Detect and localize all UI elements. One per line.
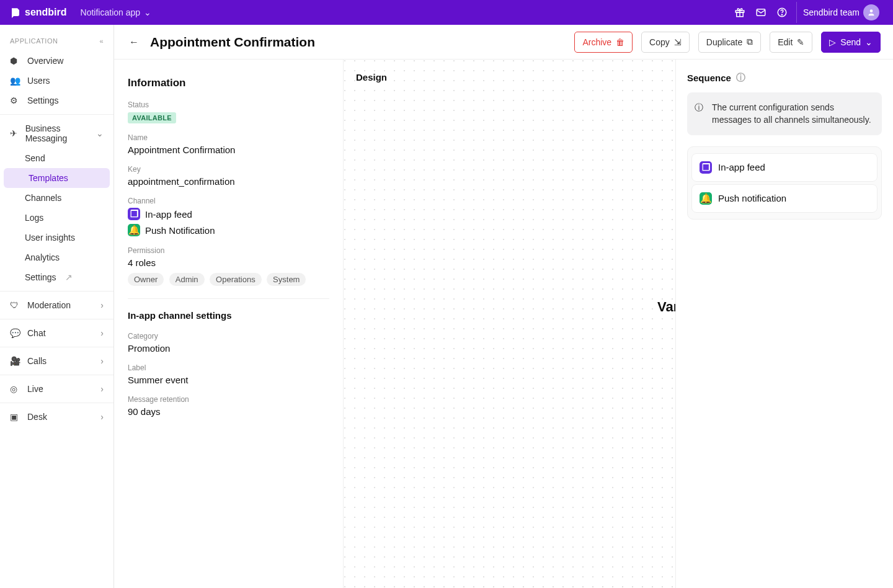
sidebar-item-user-insights[interactable]: User insights bbox=[0, 228, 113, 247]
sidebar-item-settings[interactable]: ⚙Settings bbox=[0, 91, 113, 110]
channel-label: Channel bbox=[128, 197, 329, 205]
name-label: Name bbox=[128, 133, 329, 142]
home-icon: ⬢ bbox=[10, 56, 21, 66]
sequence-item-push[interactable]: 🔔Push notification bbox=[691, 184, 877, 213]
push-icon: 🔔 bbox=[128, 224, 140, 236]
channel-push: 🔔Push Notification bbox=[128, 224, 329, 236]
sequence-notice: ⓘ The current configuration sends messag… bbox=[687, 92, 882, 135]
permission-count: 4 roles bbox=[128, 257, 329, 268]
brand-name: sendbird bbox=[25, 7, 67, 18]
desk-icon: ▣ bbox=[10, 412, 21, 422]
sidebar-section-header: APPLICATION « bbox=[0, 33, 113, 51]
shield-icon: 🛡 bbox=[10, 300, 21, 310]
info-icon: ⓘ bbox=[695, 101, 703, 114]
information-heading: Information bbox=[128, 77, 329, 89]
team-name: Sendbird team bbox=[803, 7, 860, 17]
collapse-icon[interactable]: « bbox=[99, 37, 104, 45]
avatar bbox=[863, 4, 879, 20]
broadcast-icon: ◎ bbox=[10, 384, 21, 394]
sidebar-item-users[interactable]: 👥Users bbox=[0, 71, 113, 91]
app-switcher[interactable]: Notification app ⌄ bbox=[81, 7, 152, 17]
gear-icon: ⚙ bbox=[10, 96, 21, 105]
external-icon: ↗ bbox=[65, 272, 73, 282]
sidebar-item-send[interactable]: Send bbox=[0, 148, 113, 168]
sequence-panel: Sequence ⓘ ⓘ The current configuration s… bbox=[676, 60, 893, 588]
info-icon[interactable]: ⓘ bbox=[736, 72, 745, 84]
trash-icon: 🗑 bbox=[616, 37, 624, 47]
permission-label: Permission bbox=[128, 246, 329, 255]
key-value: appointment_confirmation bbox=[128, 176, 329, 187]
sidebar: APPLICATION « ⬢Overview 👥Users ⚙Settings… bbox=[0, 25, 114, 588]
retention-label: Message retention bbox=[128, 395, 329, 404]
edit-button[interactable]: Edit✎ bbox=[770, 32, 812, 53]
name-value: Appointment Confirmation bbox=[128, 145, 329, 155]
duplicate-button[interactable]: Duplicate⧉ bbox=[698, 32, 761, 53]
chevron-right-icon: › bbox=[100, 384, 104, 394]
back-button[interactable]: ← bbox=[127, 35, 141, 50]
sidebar-item-calls[interactable]: 🎥Calls› bbox=[0, 351, 113, 371]
sequence-item-inapp[interactable]: ❐In-app feed bbox=[691, 153, 877, 182]
sidebar-item-moderation[interactable]: 🛡Moderation› bbox=[0, 295, 113, 315]
information-panel: Information Status AVAILABLE Name Appoin… bbox=[114, 60, 344, 588]
inapp-settings-heading: In-app channel settings bbox=[128, 310, 329, 321]
design-heading: Design bbox=[356, 72, 387, 82]
channel-inapp: ❐In-app feed bbox=[128, 208, 329, 220]
app-switcher-label: Notification app bbox=[81, 7, 141, 17]
copy-button[interactable]: Copy⇲ bbox=[641, 32, 690, 53]
chevron-down-icon: ⌄ bbox=[865, 37, 873, 47]
in-app-feed-icon: ❐ bbox=[700, 161, 712, 174]
role-chip: Admin bbox=[169, 273, 205, 286]
status-badge: AVAILABLE bbox=[128, 112, 176, 123]
sidebar-item-business-messaging[interactable]: ✈Business Messaging⌄ bbox=[0, 118, 113, 148]
pencil-icon: ✎ bbox=[797, 37, 804, 47]
chevron-down-icon: ⌄ bbox=[144, 7, 151, 17]
sequence-list: ❐In-app feed 🔔Push notification bbox=[687, 146, 882, 220]
copy-icon: ⧉ bbox=[747, 37, 753, 47]
chevron-right-icon: › bbox=[100, 300, 104, 310]
send-icon: ✈ bbox=[10, 128, 19, 138]
svg-point-5 bbox=[870, 9, 873, 12]
chevron-right-icon: › bbox=[100, 356, 104, 366]
sidebar-item-desk[interactable]: ▣Desk› bbox=[0, 407, 113, 427]
sidebar-item-analytics[interactable]: Analytics bbox=[0, 247, 113, 267]
sidebar-item-channels[interactable]: Channels bbox=[0, 188, 113, 208]
role-chip: Operations bbox=[210, 273, 262, 286]
brand-logo[interactable]: sendbird bbox=[10, 7, 67, 18]
role-chip: System bbox=[267, 273, 306, 286]
sidebar-item-templates[interactable]: Templates bbox=[4, 168, 110, 188]
mail-icon[interactable] bbox=[750, 2, 771, 23]
in-app-feed-icon: ❐ bbox=[128, 208, 140, 220]
users-icon: 👥 bbox=[10, 76, 21, 86]
design-panel: Design Channels Variables ☀ ☾ ❐ In-app f… bbox=[344, 60, 676, 588]
sidebar-item-chat[interactable]: 💬Chat› bbox=[0, 323, 113, 343]
gift-icon[interactable] bbox=[729, 2, 750, 23]
chevron-down-icon: ⌄ bbox=[96, 128, 104, 138]
help-icon[interactable] bbox=[771, 2, 793, 23]
sequence-heading: Sequence ⓘ bbox=[687, 72, 882, 84]
chat-icon: 💬 bbox=[10, 328, 21, 338]
team-menu[interactable]: Sendbird team bbox=[796, 2, 883, 23]
sidebar-item-overview[interactable]: ⬢Overview bbox=[0, 51, 113, 71]
category-label: Category bbox=[128, 332, 329, 341]
sidebar-item-bm-settings[interactable]: Settings ↗ bbox=[0, 267, 113, 287]
send-icon: ▷ bbox=[829, 37, 836, 47]
key-label: Key bbox=[128, 165, 329, 174]
category-value: Promotion bbox=[128, 343, 329, 354]
sidebar-item-live[interactable]: ◎Live› bbox=[0, 379, 113, 399]
status-label: Status bbox=[128, 100, 329, 109]
sidebar-item-logs[interactable]: Logs bbox=[0, 208, 113, 228]
label-label: Label bbox=[128, 363, 329, 372]
video-icon: 🎥 bbox=[10, 356, 21, 366]
send-button[interactable]: ▷Send⌄ bbox=[821, 32, 881, 53]
permission-chips: Owner Admin Operations System bbox=[128, 272, 329, 287]
chevron-right-icon: › bbox=[100, 412, 104, 422]
retention-value: 90 days bbox=[128, 406, 329, 417]
export-icon: ⇲ bbox=[674, 37, 682, 47]
svg-point-4 bbox=[781, 14, 782, 15]
chevron-right-icon: › bbox=[100, 328, 104, 338]
topbar: sendbird Notification app ⌄ Sendbird tea… bbox=[0, 0, 893, 25]
page-title: Appointment Confirmation bbox=[150, 35, 315, 50]
annotation-variables: Variables bbox=[657, 299, 676, 315]
push-icon: 🔔 bbox=[700, 192, 712, 205]
archive-button[interactable]: Archive🗑 bbox=[574, 32, 633, 53]
